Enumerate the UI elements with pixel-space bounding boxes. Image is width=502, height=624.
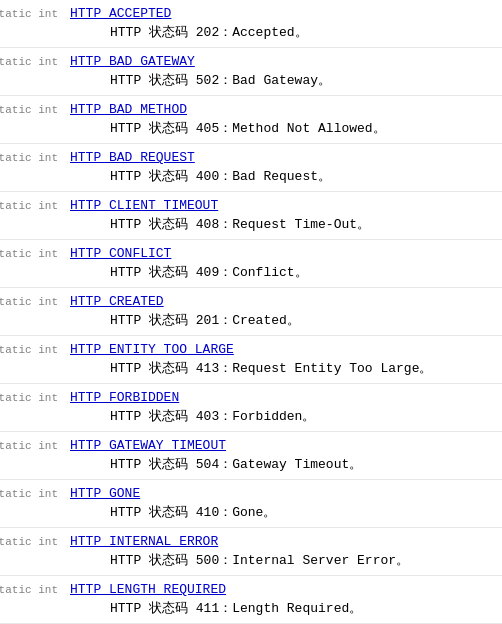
modifier-col: static int xyxy=(0,196,62,214)
table-row: static intHTTP_GONEHTTP 状态码 410：Gone。 xyxy=(0,480,502,528)
field-link-http_forbidden[interactable]: HTTP_FORBIDDEN xyxy=(70,390,498,405)
field-description: HTTP 状态码 502：Bad Gateway。 xyxy=(70,71,498,89)
modifier-col: static int xyxy=(0,4,62,22)
field-col: HTTP_CREATEDHTTP 状态码 201：Created。 xyxy=(62,292,502,331)
modifier-col: static int xyxy=(0,244,62,262)
field-description: HTTP 状态码 405：Method Not Allowed。 xyxy=(70,119,498,137)
modifier-text: static int xyxy=(0,199,58,214)
modifier-text: static int xyxy=(0,487,58,502)
field-col: HTTP_GONEHTTP 状态码 410：Gone。 xyxy=(62,484,502,523)
field-link-http_bad_request[interactable]: HTTP_BAD_REQUEST xyxy=(70,150,498,165)
field-link-http_client_timeout[interactable]: HTTP_CLIENT_TIMEOUT xyxy=(70,198,498,213)
modifier-text: static int xyxy=(0,583,58,598)
field-col: HTTP_INTERNAL_ERRORHTTP 状态码 500：Internal… xyxy=(62,532,502,571)
modifier-col: static int xyxy=(0,580,62,598)
modifier-text: static int xyxy=(0,103,58,118)
modifier-col: static int xyxy=(0,436,62,454)
modifier-text: static int xyxy=(0,391,58,406)
modifier-text: static int xyxy=(0,151,58,166)
field-description: HTTP 状态码 408：Request Time-Out。 xyxy=(70,215,498,233)
modifier-text: static int xyxy=(0,535,58,550)
field-description: HTTP 状态码 500：Internal Server Error。 xyxy=(70,551,498,569)
field-col: HTTP_BAD_GATEWAYHTTP 状态码 502：Bad Gateway… xyxy=(62,52,502,91)
modifier-col: static int xyxy=(0,52,62,70)
modifier-col: static int xyxy=(0,292,62,310)
modifier-col: static int xyxy=(0,532,62,550)
table-row: static intHTTP_LENGTH_REQUIREDHTTP 状态码 4… xyxy=(0,576,502,624)
modifier-col: static int xyxy=(0,148,62,166)
table-row: static intHTTP_CLIENT_TIMEOUTHTTP 状态码 40… xyxy=(0,192,502,240)
field-description: HTTP 状态码 400：Bad Request。 xyxy=(70,167,498,185)
field-description: HTTP 状态码 202：Accepted。 xyxy=(70,23,498,41)
field-link-http_entity_too_large[interactable]: HTTP_ENTITY_TOO_LARGE xyxy=(70,342,498,357)
field-col: HTTP_ENTITY_TOO_LARGEHTTP 状态码 413：Reques… xyxy=(62,340,502,379)
field-col: HTTP_CLIENT_TIMEOUTHTTP 状态码 408：Request … xyxy=(62,196,502,235)
modifier-text: static int xyxy=(0,55,58,70)
table-row: static intHTTP_BAD_METHODHTTP 状态码 405：Me… xyxy=(0,96,502,144)
modifier-text: static int xyxy=(0,295,58,310)
field-link-http_internal_error[interactable]: HTTP_INTERNAL_ERROR xyxy=(70,534,498,549)
field-col: HTTP_CONFLICTHTTP 状态码 409：Conflict。 xyxy=(62,244,502,283)
table-row: static intHTTP_FORBIDDENHTTP 状态码 403：For… xyxy=(0,384,502,432)
table-row: static intHTTP_CONFLICTHTTP 状态码 409：Conf… xyxy=(0,240,502,288)
field-link-http_length_required[interactable]: HTTP_LENGTH_REQUIRED xyxy=(70,582,498,597)
field-description: HTTP 状态码 504：Gateway Timeout。 xyxy=(70,455,498,473)
field-link-http_created[interactable]: HTTP_CREATED xyxy=(70,294,498,309)
api-table: static intHTTP_ACCEPTEDHTTP 状态码 202：Acce… xyxy=(0,0,502,624)
field-link-http_accepted[interactable]: HTTP_ACCEPTED xyxy=(70,6,498,21)
field-description: HTTP 状态码 411：Length Required。 xyxy=(70,599,498,617)
modifier-text: static int xyxy=(0,343,58,358)
field-link-http_bad_method[interactable]: HTTP_BAD_METHOD xyxy=(70,102,498,117)
field-link-http_conflict[interactable]: HTTP_CONFLICT xyxy=(70,246,498,261)
field-description: HTTP 状态码 409：Conflict。 xyxy=(70,263,498,281)
modifier-text: static int xyxy=(0,7,58,22)
field-col: HTTP_FORBIDDENHTTP 状态码 403：Forbidden。 xyxy=(62,388,502,427)
field-col: HTTP_BAD_REQUESTHTTP 状态码 400：Bad Request… xyxy=(62,148,502,187)
field-description: HTTP 状态码 403：Forbidden。 xyxy=(70,407,498,425)
table-row: static intHTTP_ACCEPTEDHTTP 状态码 202：Acce… xyxy=(0,0,502,48)
modifier-col: static int xyxy=(0,388,62,406)
table-row: static intHTTP_CREATEDHTTP 状态码 201：Creat… xyxy=(0,288,502,336)
table-row: static intHTTP_ENTITY_TOO_LARGEHTTP 状态码 … xyxy=(0,336,502,384)
field-link-http_gone[interactable]: HTTP_GONE xyxy=(70,486,498,501)
table-row: static intHTTP_INTERNAL_ERRORHTTP 状态码 50… xyxy=(0,528,502,576)
field-description: HTTP 状态码 413：Request Entity Too Large。 xyxy=(70,359,498,377)
modifier-col: static int xyxy=(0,100,62,118)
modifier-text: static int xyxy=(0,247,58,262)
table-row: static intHTTP_BAD_GATEWAYHTTP 状态码 502：B… xyxy=(0,48,502,96)
field-col: HTTP_BAD_METHODHTTP 状态码 405：Method Not A… xyxy=(62,100,502,139)
field-link-http_bad_gateway[interactable]: HTTP_BAD_GATEWAY xyxy=(70,54,498,69)
field-link-http_gateway_timeout[interactable]: HTTP_GATEWAY_TIMEOUT xyxy=(70,438,498,453)
modifier-col: static int xyxy=(0,340,62,358)
field-col: HTTP_GATEWAY_TIMEOUTHTTP 状态码 504：Gateway… xyxy=(62,436,502,475)
modifier-text: static int xyxy=(0,439,58,454)
field-col: HTTP_LENGTH_REQUIREDHTTP 状态码 411：Length … xyxy=(62,580,502,619)
modifier-col: static int xyxy=(0,484,62,502)
field-col: HTTP_ACCEPTEDHTTP 状态码 202：Accepted。 xyxy=(62,4,502,43)
table-row: static intHTTP_GATEWAY_TIMEOUTHTTP 状态码 5… xyxy=(0,432,502,480)
table-row: static intHTTP_BAD_REQUESTHTTP 状态码 400：B… xyxy=(0,144,502,192)
field-description: HTTP 状态码 410：Gone。 xyxy=(70,503,498,521)
field-description: HTTP 状态码 201：Created。 xyxy=(70,311,498,329)
